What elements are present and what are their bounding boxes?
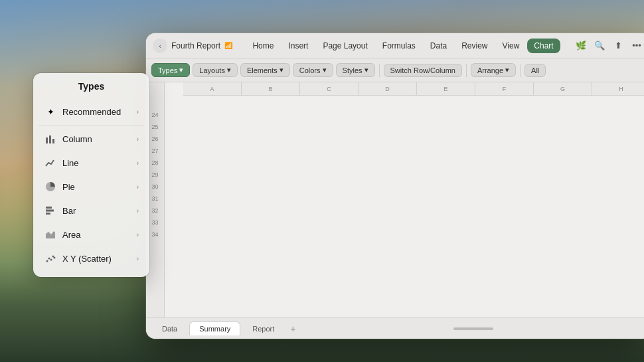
elements-label: Elements xyxy=(247,66,278,74)
type-bar-label: Bar xyxy=(62,206,131,216)
colors-label: Colors xyxy=(299,66,321,74)
toolbar: Types ▾ Layouts ▾ Elements ▾ Colors ▾ St… xyxy=(146,58,644,82)
scrollbar-thumb[interactable] xyxy=(453,327,493,330)
menu-view[interactable]: View xyxy=(496,39,526,53)
col-e: E xyxy=(417,82,475,95)
menu-home[interactable]: Home xyxy=(246,39,280,53)
title-bar: ‹ Fourth Report 📶 Home Insert Page Layou… xyxy=(146,33,644,58)
svg-point-7 xyxy=(46,260,48,262)
recommended-icon: ✦ xyxy=(44,105,57,118)
svg-point-8 xyxy=(48,258,50,260)
types-list: ✦ Recommended › Column › Line › xyxy=(33,97,149,277)
col-h: H xyxy=(592,82,644,95)
styles-label: Styles xyxy=(343,66,362,74)
type-line-label: Line xyxy=(62,158,131,168)
toolbar-separator-2 xyxy=(466,64,467,77)
toolbar-separator-3 xyxy=(520,64,521,77)
line-icon xyxy=(44,156,57,169)
layouts-button[interactable]: Layouts ▾ xyxy=(193,63,238,77)
toolbar-separator xyxy=(379,64,380,77)
scatter-chevron: › xyxy=(137,255,139,262)
leaf-icon: 🌿 xyxy=(574,39,588,53)
col-headers: A B C D E F G H xyxy=(183,82,644,96)
menu-bar: Home Insert Page Layout Formulas Data Re… xyxy=(238,39,568,53)
type-column-label: Column xyxy=(62,134,131,144)
col-d: D xyxy=(359,82,417,95)
types-label: Types xyxy=(158,66,177,74)
content-area: 24 25 26 27 28 29 30 31 32 33 34 A B C D… xyxy=(146,82,644,317)
menu-insert[interactable]: Insert xyxy=(282,39,315,53)
type-pie[interactable]: Pie › xyxy=(39,175,144,199)
bar-chevron: › xyxy=(137,207,139,215)
bar-icon xyxy=(44,204,57,217)
menu-chart[interactable]: Chart xyxy=(527,39,560,53)
tab-data[interactable]: Data xyxy=(153,322,187,335)
back-button[interactable]: ‹ xyxy=(153,39,167,53)
type-pie-label: Pie xyxy=(62,182,131,192)
area-icon xyxy=(44,228,57,241)
svg-rect-0 xyxy=(46,137,48,143)
switch-label: Switch Row/Column xyxy=(390,66,455,74)
col-c: C xyxy=(300,82,359,95)
svg-rect-2 xyxy=(52,139,54,143)
tab-summary[interactable]: Summary xyxy=(189,321,240,335)
col-a: A xyxy=(183,82,242,95)
tab-bar: Data Summary Report + xyxy=(146,317,644,339)
share-icon[interactable]: ⬆ xyxy=(611,39,625,53)
all-button[interactable]: All xyxy=(524,64,546,77)
type-area[interactable]: Area › xyxy=(39,223,144,246)
recommended-chevron: › xyxy=(137,108,139,116)
switch-rowcol-button[interactable]: Switch Row/Column xyxy=(384,64,462,77)
col-g: G xyxy=(534,82,592,95)
scrollbar-area xyxy=(302,327,644,330)
scatter-icon xyxy=(44,252,57,265)
svg-rect-6 xyxy=(46,213,50,215)
svg-point-11 xyxy=(54,257,56,259)
layouts-label: Layouts xyxy=(199,66,225,74)
col-b: B xyxy=(242,82,300,95)
svg-rect-5 xyxy=(46,210,54,212)
more-icon[interactable]: ••• xyxy=(629,39,644,53)
type-column[interactable]: Column › xyxy=(39,127,144,151)
types-chevron: ▾ xyxy=(179,66,183,74)
type-area-label: Area xyxy=(62,230,131,240)
type-bar[interactable]: Bar › xyxy=(39,199,144,223)
elements-button[interactable]: Elements ▾ xyxy=(240,63,290,77)
app-window: ‹ Fourth Report 📶 Home Insert Page Layou… xyxy=(146,33,644,339)
report-title: Fourth Report xyxy=(171,41,220,50)
styles-button[interactable]: Styles ▾ xyxy=(336,63,375,77)
types-panel: Types ✦ Recommended › Column › xyxy=(33,73,149,277)
network-icon: 📶 xyxy=(224,42,232,49)
type-scatter[interactable]: X Y (Scatter) › xyxy=(39,246,144,270)
add-sheet-button[interactable]: + xyxy=(286,322,299,335)
colors-button[interactable]: Colors ▾ xyxy=(293,63,333,77)
type-line[interactable]: Line › xyxy=(39,151,144,175)
type-recommended-label: Recommended xyxy=(62,107,131,117)
tab-report[interactable]: Report xyxy=(243,322,283,335)
svg-rect-4 xyxy=(46,207,52,209)
menu-review[interactable]: Review xyxy=(455,39,494,53)
title-bar-left: ‹ Fourth Report 📶 xyxy=(153,39,232,53)
menu-formulas[interactable]: Formulas xyxy=(376,39,422,53)
svg-point-9 xyxy=(50,259,52,261)
type-recommended[interactable]: ✦ Recommended › xyxy=(39,100,144,124)
arrange-label: Arrange xyxy=(477,66,503,74)
type-separator-1 xyxy=(39,125,144,126)
col-f: F xyxy=(475,82,534,95)
svg-rect-1 xyxy=(49,136,51,143)
pie-chevron: › xyxy=(137,183,139,191)
search-icon[interactable]: 🔍 xyxy=(592,39,607,53)
column-icon xyxy=(44,132,57,145)
arrange-button[interactable]: Arrange ▾ xyxy=(471,63,516,77)
area-chevron: › xyxy=(137,231,139,238)
line-chevron: › xyxy=(137,159,139,167)
title-bar-right: 🌿 🔍 ⬆ ••• xyxy=(574,39,644,53)
pie-icon xyxy=(44,180,57,193)
types-panel-title: Types xyxy=(33,73,149,97)
menu-data[interactable]: Data xyxy=(424,39,453,53)
types-button[interactable]: Types ▾ xyxy=(151,63,190,77)
type-scatter-label: X Y (Scatter) xyxy=(62,254,131,264)
menu-page-layout[interactable]: Page Layout xyxy=(316,39,374,53)
all-label: All xyxy=(531,66,539,74)
column-chevron: › xyxy=(137,136,139,143)
